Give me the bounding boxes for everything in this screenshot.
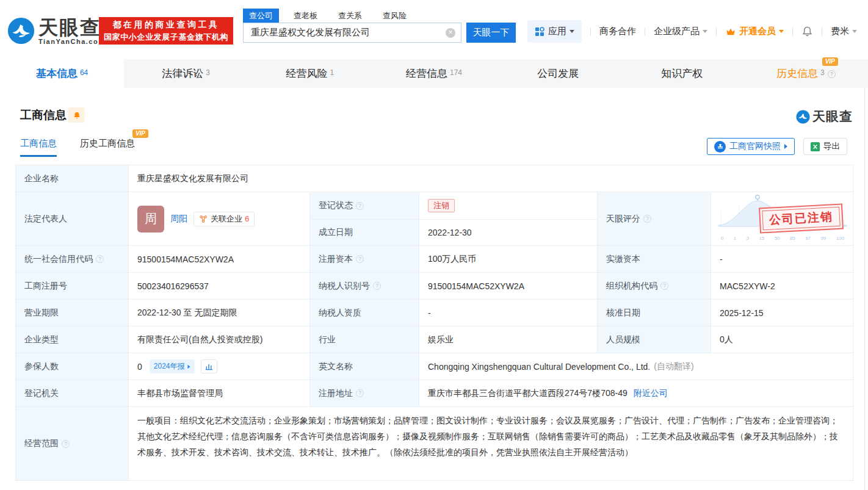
- vip-badge: VIP: [822, 57, 838, 66]
- official-snapshot-button[interactable]: 工商官网快照: [707, 138, 795, 155]
- reg-number-label: 工商注册号: [16, 273, 128, 299]
- search-input[interactable]: [244, 23, 461, 42]
- english-name-cell: Chongqing Xingshengquan Cultural Develop…: [419, 353, 853, 380]
- insured-label: 参保人数: [16, 353, 128, 380]
- tab-label: 历史信息: [776, 67, 818, 81]
- legal-rep-label: 法定代表人: [16, 192, 128, 245]
- annual-report-badge[interactable]: 2024年报: [150, 359, 195, 373]
- staff-size-value: 0人: [711, 326, 853, 353]
- user-menu[interactable]: 费米: [831, 26, 857, 37]
- taxpayer-quality-value: -: [419, 300, 597, 326]
- reg-status-value: 注销: [419, 192, 597, 219]
- paid-capital-label: 实缴资本: [597, 246, 711, 272]
- help-icon[interactable]: ?: [356, 202, 364, 210]
- company-name-label: 企业名称: [16, 165, 128, 192]
- logo-title: 天眼查: [38, 17, 105, 38]
- tick: 15: [759, 236, 764, 241]
- help-icon[interactable]: ?: [828, 70, 836, 78]
- table-row-company-type: 企业类型 有限责任公司(自然人投资或控股) 行业 娱乐业 人员规模 0人: [16, 326, 853, 353]
- help-icon[interactable]: ?: [643, 215, 651, 223]
- english-name-label: 英文名称: [309, 353, 419, 380]
- help-icon[interactable]: ?: [62, 440, 70, 448]
- taxpayer-id-value: 91500154MAC52XYW2A: [419, 273, 597, 299]
- site-header: 天眼查 TianYanCha.com 都在用的商业查询工具 国家中小企业发展子基…: [0, 0, 868, 59]
- credit-code-value: 91500154MAC52XYW2A: [128, 246, 309, 272]
- legal-rep-avatar[interactable]: 周: [137, 206, 164, 232]
- divider: [822, 27, 822, 36]
- chevron-down-icon: [703, 30, 707, 33]
- divider: [645, 27, 645, 36]
- stamp-text: 公司已注销: [762, 207, 841, 231]
- tab-label: 基本信息: [36, 67, 78, 81]
- divider: [716, 27, 717, 36]
- tab-count: 174: [450, 68, 462, 77]
- est-date-value: 2022-12-30: [419, 219, 597, 245]
- tianyancha-swirl-icon: [796, 110, 810, 124]
- tab-history-info[interactable]: 历史信息 3 ? VIP: [744, 59, 868, 88]
- related-companies-badge[interactable]: 关联企业 6: [193, 212, 255, 226]
- snapshot-label: 工商官网快照: [729, 141, 781, 152]
- score-axis-ticks: 0 1 3 15 50 85 97 99 100: [721, 236, 844, 241]
- tab-label: 公司发展: [537, 67, 579, 81]
- logo-text: 天眼查 TianYanCha.com: [38, 17, 105, 45]
- credit-code-label: 统一社会信用代码 ?: [16, 246, 128, 272]
- scrollbar-edge: [864, 59, 865, 490]
- open-vip-menu[interactable]: 开通会员: [725, 26, 784, 37]
- tab-count: 64: [80, 68, 88, 77]
- help-icon[interactable]: ?: [96, 255, 104, 263]
- stamp-icon: [714, 141, 726, 153]
- subscribe-bell-button[interactable]: [68, 107, 85, 123]
- section-title: 工商信息: [20, 107, 67, 123]
- paid-capital-value: -: [711, 246, 853, 272]
- nearby-companies-link[interactable]: 附近公司: [634, 388, 668, 399]
- apps-grid-icon: [535, 27, 544, 37]
- company-type-label: 企业类型: [16, 326, 128, 353]
- tab-basic-info[interactable]: 基本信息64: [0, 59, 124, 88]
- tab-company-development[interactable]: 公司发展: [496, 59, 620, 88]
- logo-domain: TianYanCha.com: [38, 38, 105, 45]
- enterprise-products-menu[interactable]: 企业级产品: [654, 26, 707, 37]
- company-nav-tabs: 基本信息64 法律诉讼3 经营风险1 经营信息174 公司发展 知识产权 历史信…: [0, 59, 868, 88]
- approval-date-label: 核准日期: [597, 300, 711, 326]
- search-type-tabs: 查公司 查老板 查关系 查风险: [243, 9, 421, 23]
- tick: 50: [775, 236, 780, 241]
- business-registration-table: 企业名称 重庆星盛权文化发展有限公司 法定代表人 周 周阳 关联企业 6 登记状…: [15, 165, 853, 481]
- tick: 3: [747, 236, 749, 241]
- search-tab-company[interactable]: 查公司: [243, 9, 279, 23]
- help-icon[interactable]: ?: [660, 282, 668, 290]
- help-icon[interactable]: ?: [356, 255, 364, 263]
- legal-rep-name-link[interactable]: 周阳: [170, 214, 187, 225]
- label-text: 登记状态: [319, 200, 353, 211]
- subtab-history-registration[interactable]: 历史工商信息 VIP: [80, 138, 135, 157]
- score-label: 天眼评分 ?: [597, 192, 711, 245]
- site-logo[interactable]: 天眼查 TianYanCha.com: [7, 17, 105, 45]
- notifications-button[interactable]: [801, 26, 813, 37]
- help-icon[interactable]: ?: [373, 282, 381, 290]
- company-name-value: 重庆星盛权文化发展有限公司: [128, 165, 853, 192]
- subtab-label: 历史工商信息: [80, 138, 135, 148]
- search-tab-boss[interactable]: 查老板: [288, 9, 324, 23]
- apps-menu[interactable]: 应用: [527, 20, 582, 43]
- tab-business-info[interactable]: 经营信息174: [372, 59, 496, 88]
- related-label: 关联企业: [211, 214, 242, 225]
- business-scope-label: 经营范围 ?: [16, 407, 128, 480]
- tab-legal-litigation[interactable]: 法律诉讼3: [124, 59, 248, 88]
- search-tab-relation[interactable]: 查关系: [332, 9, 368, 23]
- tab-intellectual-property[interactable]: 知识产权: [620, 59, 744, 88]
- clear-search-icon[interactable]: ×: [446, 28, 455, 38]
- reg-authority-value: 丰都县市场监督管理局: [128, 380, 309, 406]
- help-icon[interactable]: ?: [356, 389, 364, 397]
- table-row-company-name: 企业名称 重庆星盛权文化发展有限公司: [16, 165, 853, 192]
- approval-date-value: 2025-12-15: [711, 300, 853, 326]
- search-tab-risk[interactable]: 查风险: [377, 9, 413, 23]
- export-button[interactable]: 导出: [803, 138, 847, 155]
- tab-operation-risk[interactable]: 经营风险1: [248, 59, 372, 88]
- business-coop-link[interactable]: 商务合作: [599, 26, 636, 37]
- subtab-business-registration[interactable]: 工商信息: [20, 138, 57, 157]
- vip-badge: VIP: [132, 129, 148, 138]
- status-badge: 注销: [428, 199, 455, 212]
- industry-value: 娱乐业: [419, 326, 597, 353]
- reg-authority-label: 登记机关: [16, 380, 128, 406]
- search-button[interactable]: 天眼一下: [466, 23, 516, 43]
- trend-chart-button[interactable]: [201, 359, 217, 373]
